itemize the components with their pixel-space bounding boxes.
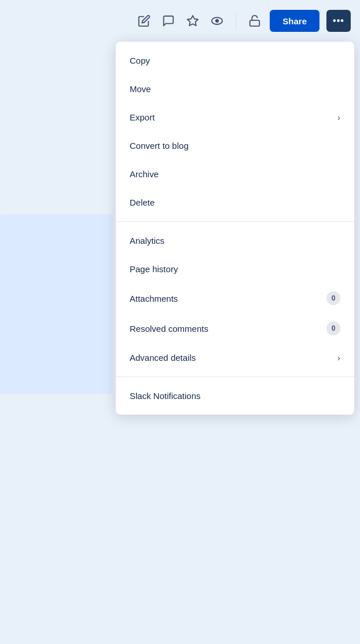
- svg-marker-0: [188, 16, 198, 25]
- menu-item-resolved-comments[interactable]: Resolved comments 0: [116, 313, 354, 343]
- menu-section-2: Analytics Page history Attachments 0 Res…: [116, 221, 354, 376]
- menu-item-advanced-details[interactable]: Advanced details ›: [116, 343, 354, 372]
- resolved-comments-badge: 0: [326, 321, 340, 335]
- menu-item-archive[interactable]: Archive: [116, 160, 354, 188]
- lock-icon[interactable]: [247, 13, 263, 29]
- advanced-details-arrow-icon: ›: [337, 352, 340, 364]
- menu-item-copy[interactable]: Copy: [116, 46, 354, 75]
- toolbar: Share •••: [0, 0, 360, 42]
- menu-section-3: Slack Notifications: [116, 376, 354, 415]
- share-button[interactable]: Share: [270, 10, 319, 32]
- svg-point-2: [216, 19, 219, 23]
- more-dots: •••: [333, 16, 344, 26]
- star-icon[interactable]: [185, 13, 201, 29]
- menu-section-1: Copy Move Export › Convert to blog Archi…: [116, 42, 354, 221]
- menu-item-attachments[interactable]: Attachments 0: [116, 283, 354, 313]
- toolbar-icons: [136, 13, 263, 29]
- context-menu: Copy Move Export › Convert to blog Archi…: [116, 42, 354, 415]
- edit-icon[interactable]: [136, 13, 152, 29]
- menu-item-move[interactable]: Move: [116, 75, 354, 103]
- sidebar-decoration: [0, 214, 113, 394]
- menu-item-analytics[interactable]: Analytics: [116, 226, 354, 255]
- toolbar-divider: [236, 13, 236, 29]
- menu-item-delete[interactable]: Delete: [116, 188, 354, 217]
- menu-item-convert-to-blog[interactable]: Convert to blog: [116, 131, 354, 160]
- menu-item-page-history[interactable]: Page history: [116, 255, 354, 283]
- export-arrow-icon: ›: [337, 111, 340, 123]
- menu-item-slack-notifications[interactable]: Slack Notifications: [116, 382, 354, 410]
- attachments-badge: 0: [326, 291, 340, 305]
- comment-icon[interactable]: [160, 13, 177, 29]
- menu-item-export[interactable]: Export ›: [116, 103, 354, 131]
- more-options-button[interactable]: •••: [326, 10, 351, 32]
- watch-icon[interactable]: [209, 13, 225, 29]
- svg-rect-3: [250, 20, 260, 26]
